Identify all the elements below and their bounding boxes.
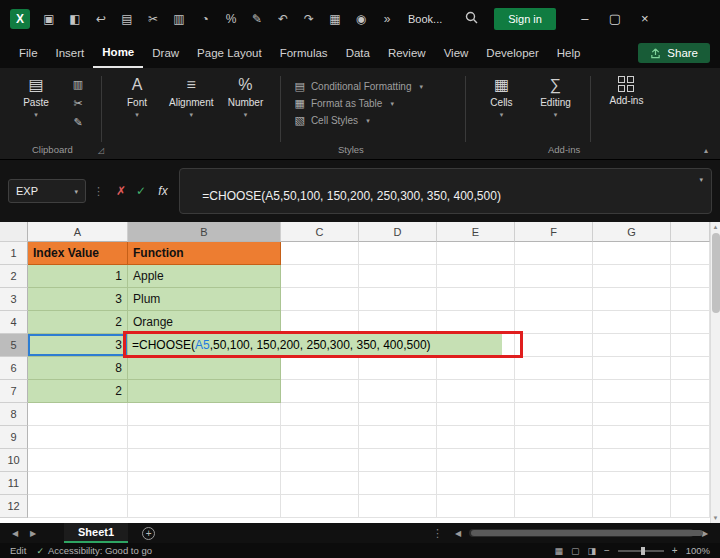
cell-D2[interactable] [359,265,437,288]
cell-D9[interactable] [359,426,437,449]
row-header-7[interactable]: 7 [0,380,28,403]
cell-G3[interactable] [593,288,671,311]
normal-view-icon[interactable]: ▦ [554,546,563,556]
save-icon[interactable]: ▣ [36,0,62,38]
scroll-up-icon[interactable]: ▲ [711,222,720,232]
document-title[interactable]: Book... [408,13,442,25]
cell-A3[interactable]: 3 [28,288,128,311]
cell-H9[interactable] [671,426,710,449]
row-header-1[interactable]: 1 [0,242,28,265]
cell-E4[interactable] [437,311,515,334]
column-header-F[interactable]: F [515,222,593,242]
paste-special-icon[interactable]: ▥ [166,0,192,38]
row-header-5[interactable]: 5 [0,334,28,357]
undo-icon[interactable]: ↶ [270,0,296,38]
cell-H7[interactable] [671,380,710,403]
cell-H11[interactable] [671,472,710,495]
cell-C9[interactable] [281,426,359,449]
cell-H2[interactable] [671,265,710,288]
horizontal-scroll-track[interactable] [469,529,694,537]
column-header-B[interactable]: B [128,222,281,242]
cell-B6[interactable] [128,357,281,380]
scroll-down-icon[interactable]: ▼ [711,513,720,523]
cell-E11[interactable] [437,472,515,495]
number-button[interactable]: % Number ▾ [223,76,267,118]
cell-F2[interactable] [515,265,593,288]
cell-C6[interactable] [281,357,359,380]
vertical-scroll-thumb[interactable] [712,233,720,313]
next-sheet-icon[interactable]: ▶ [24,529,42,538]
maximize-button[interactable]: ▢ [600,0,630,38]
zoom-slider[interactable] [618,550,664,552]
cell-G7[interactable] [593,380,671,403]
clipboard-icon[interactable]: ▤ [114,0,140,38]
cells-button[interactable]: ▦ Cells ▾ [479,76,523,118]
formula-input[interactable]: =CHOOSE(A5,50,100, 150,200, 250,300, 350… [179,168,712,214]
cell-E9[interactable] [437,426,515,449]
cell-A11[interactable] [28,472,128,495]
format-as-table-button[interactable]: ▦Format as Table▾ [294,97,452,110]
cell-B5[interactable]: =CHOOSE(A5,50,100, 150,200, 250,300, 350… [128,334,281,357]
cell-E3[interactable] [437,288,515,311]
zoom-in-button[interactable]: + [672,545,678,556]
collapse-ribbon-icon[interactable]: ▴ [704,146,708,155]
cell-D1[interactable] [359,242,437,265]
cell-F9[interactable] [515,426,593,449]
draw-icon[interactable]: ✎ [244,0,270,38]
cell-F8[interactable] [515,403,593,426]
cell-F11[interactable] [515,472,593,495]
cell-B1[interactable]: Function [128,242,281,265]
menu-tab-review[interactable]: Review [379,38,435,68]
row-header-6[interactable]: 6 [0,357,28,380]
cut-icon[interactable]: ✂ [73,97,82,110]
cell-C3[interactable] [281,288,359,311]
cell-G6[interactable] [593,357,671,380]
cell-B11[interactable] [128,472,281,495]
cell-D8[interactable] [359,403,437,426]
cancel-entry-icon[interactable]: ✗ [111,184,131,198]
cell-H5[interactable] [671,334,710,357]
column-header-H[interactable] [671,222,710,242]
sign-in-button[interactable]: Sign in [494,8,556,30]
cell-B7[interactable] [128,380,281,403]
cell-D11[interactable] [359,472,437,495]
cell-B2[interactable]: Apple [128,265,281,288]
menu-tab-page-layout[interactable]: Page Layout [188,38,271,68]
conditional-formatting-button[interactable]: ▤Conditional Formatting▾ [294,80,452,93]
horizontal-scrollbar[interactable]: ◀ ▶ [449,529,714,538]
column-header-D[interactable]: D [359,222,437,242]
cell-H12[interactable] [671,495,710,518]
format-painter-icon[interactable]: ✎ [73,116,82,129]
search-icon[interactable] [458,10,484,28]
expand-formula-bar-icon[interactable]: ▾ [699,176,703,184]
cell-A10[interactable] [28,449,128,472]
insert-function-icon[interactable]: fx [151,184,175,198]
cell-B12[interactable] [128,495,281,518]
menu-tab-help[interactable]: Help [548,38,590,68]
editing-button[interactable]: ∑ Editing ▾ [533,76,577,118]
menu-tab-developer[interactable]: Developer [477,38,547,68]
cell-E8[interactable] [437,403,515,426]
cell-F10[interactable] [515,449,593,472]
column-header-A[interactable]: A [28,222,128,242]
zoom-out-button[interactable]: − [604,545,610,556]
accessibility-status[interactable]: ✓ Accessibility: Good to go [36,545,152,556]
vertical-scrollbar[interactable]: ▲ ▼ [710,222,720,523]
row-header-10[interactable]: 10 [0,449,28,472]
menu-tab-insert[interactable]: Insert [47,38,94,68]
menu-tab-home[interactable]: Home [93,38,143,68]
cell-D4[interactable] [359,311,437,334]
menu-tab-formulas[interactable]: Formulas [271,38,337,68]
menu-tab-draw[interactable]: Draw [143,38,188,68]
select-all-corner[interactable] [0,222,28,242]
camera-icon[interactable]: ◉ [348,0,374,38]
excel-logo[interactable]: X [10,9,30,29]
scroll-left-icon[interactable]: ◀ [449,529,467,538]
chart-icon[interactable]: ◔ [192,0,218,38]
cell-B8[interactable] [128,403,281,426]
add-sheet-button[interactable]: + [142,527,155,540]
font-button[interactable]: A Font ▾ [115,76,159,118]
row-header-8[interactable]: 8 [0,403,28,426]
name-box[interactable]: EXP ▾ [8,179,86,203]
cell-G5[interactable] [593,334,671,357]
